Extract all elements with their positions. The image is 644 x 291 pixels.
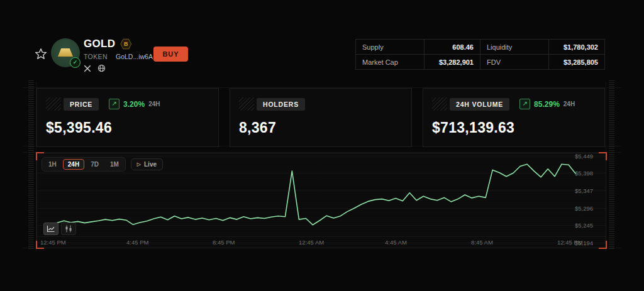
token-dashboard: ✓ GOLD B TOKEN GoLD...iw6A (0, 0, 644, 291)
price-change-period: 24H (148, 101, 160, 107)
range-button-24h[interactable]: 24H (63, 159, 84, 170)
play-icon: ▷ (137, 162, 141, 167)
website-globe-icon[interactable] (97, 64, 106, 72)
price-change-percent: 3.20% (123, 100, 145, 109)
volume-change-percent: 85.29% (534, 100, 560, 109)
chart-toolbar: 1H 24H 7D 1M ▷ Live (42, 157, 163, 172)
token-title-block: GOLD B TOKEN GoLD...iw6A (84, 38, 164, 72)
stat-label-liquidity: Liquidity (480, 40, 549, 55)
candlestick-chart-type-icon[interactable] (61, 222, 76, 235)
stat-value-supply: 608.46 (425, 40, 480, 55)
volume-card-label: 24H VOLUME (450, 98, 509, 111)
token-stats-table: Supply 608.46 Liquidity $1,780,302 Marke… (355, 39, 605, 70)
stat-value-fdv: $3,285,805 (549, 55, 605, 70)
line-chart-type-icon[interactable] (43, 222, 58, 235)
volume-card: 24H VOLUME ↗ 85.29% 24H $713,139.63 (423, 88, 605, 147)
verified-check-icon: ✓ (70, 57, 80, 68)
holders-card: HOLDERS 8,367 (230, 88, 412, 147)
hatch-decoration (46, 97, 61, 111)
time-range-group: 1H 24H 7D 1M (42, 157, 126, 172)
price-card: PRICE ↗ 3.20% 24H $5,395.46 (36, 88, 219, 147)
x-twitter-icon[interactable] (84, 65, 91, 72)
stat-label-supply: Supply (356, 40, 425, 55)
stat-value-liquidity: $1,780,302 (549, 40, 605, 55)
hatch-decoration (432, 97, 447, 111)
range-button-7d[interactable]: 7D (86, 159, 104, 170)
token-address: GoLD...iw6A (116, 53, 153, 60)
favorite-star-icon[interactable] (35, 48, 47, 60)
range-button-1h[interactable]: 1H (43, 159, 62, 170)
right-hatch-decoration (609, 80, 614, 249)
holders-card-label: HOLDERS (257, 98, 305, 111)
table-row: Supply 608.46 Liquidity $1,780,302 (356, 40, 605, 55)
badge-letter: B (121, 39, 131, 49)
gold-bar-icon (58, 48, 73, 57)
hexagon-badge-icon: B (120, 38, 131, 50)
arrow-up-right-icon: ↗ (519, 99, 530, 109)
buy-button[interactable]: BUY (153, 47, 188, 62)
stat-value-marketcap: $3,282,901 (425, 55, 480, 70)
chart-type-group (43, 222, 76, 235)
live-label: Live (144, 161, 157, 168)
arrow-up-right-icon: ↗ (109, 99, 119, 109)
table-row: Market Cap $3,282,901 FDV $3,285,805 (356, 55, 605, 70)
volume-value: $713,139.63 (432, 119, 604, 136)
live-button[interactable]: ▷ Live (131, 158, 163, 170)
range-button-1m[interactable]: 1M (105, 159, 124, 170)
token-type-label: TOKEN (84, 53, 108, 60)
left-hatch-decoration (28, 80, 34, 249)
token-avatar: ✓ (51, 38, 80, 67)
price-chart-panel: 1H 24H 7D 1M ▷ Live $5,449$5,398$5,347$5… (36, 153, 606, 248)
stat-label-marketcap: Market Cap (356, 55, 425, 70)
price-line (57, 164, 575, 225)
stat-label-fdv: FDV (480, 55, 549, 70)
hatch-decoration (239, 97, 254, 111)
price-value: $5,395.46 (46, 119, 218, 136)
price-card-label: PRICE (64, 98, 99, 111)
holders-value: 8,367 (239, 119, 411, 136)
token-title: GOLD (84, 38, 115, 50)
volume-change-period: 24H (564, 101, 575, 107)
